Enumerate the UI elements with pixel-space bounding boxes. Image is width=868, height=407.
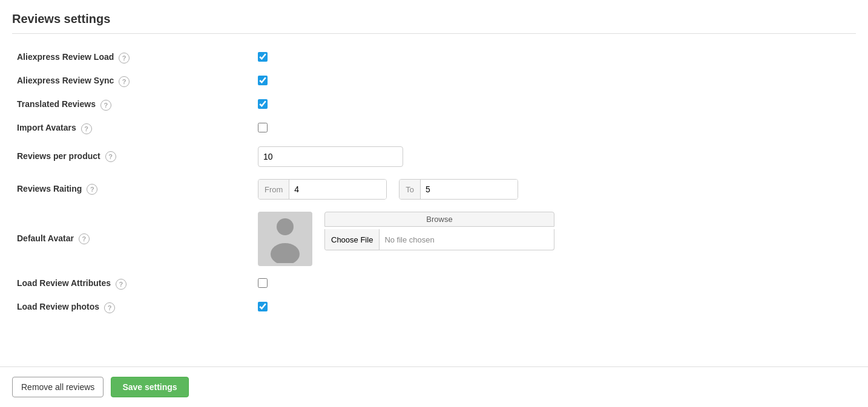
rating-from-box: From <box>258 179 387 200</box>
control-aliexpress-review-sync <box>253 70 856 93</box>
checkbox-translated-reviews[interactable] <box>258 99 268 109</box>
rating-from-label: From <box>258 180 289 199</box>
help-icon-load-review-photos[interactable]: ? <box>104 302 115 313</box>
page-title: Reviews settings <box>12 12 856 26</box>
help-icon-aliexpress-review-load[interactable]: ? <box>119 53 130 63</box>
rating-to-box: To <box>399 179 518 200</box>
input-reviews-per-product[interactable] <box>258 146 403 167</box>
svg-point-0 <box>277 218 294 235</box>
help-icon-aliexpress-review-sync[interactable]: ? <box>119 76 130 87</box>
help-icon-reviews-rating[interactable]: ? <box>87 184 97 195</box>
help-icon-translated-reviews[interactable]: ? <box>100 100 111 111</box>
choose-file-button[interactable]: Choose File <box>325 229 380 250</box>
row-aliexpress-review-sync: Aliexpress Review Sync ? <box>12 70 856 93</box>
save-settings-button[interactable]: Save settings <box>111 377 188 397</box>
control-load-review-photos <box>253 296 856 319</box>
page-container: Reviews settings Aliexpress Review Load … <box>0 0 868 407</box>
checkbox-load-review-attributes[interactable] <box>258 278 268 288</box>
checkbox-aliexpress-review-sync[interactable] <box>258 76 268 85</box>
content-area: Reviews settings Aliexpress Review Load … <box>0 0 868 366</box>
label-reviews-rating: Reviews Raiting ? <box>12 173 253 206</box>
label-load-review-photos: Load Review photos ? <box>12 296 253 319</box>
control-import-avatars <box>253 117 856 140</box>
row-reviews-per-product: Reviews per product ? <box>12 140 856 173</box>
row-default-avatar: Default Avatar ? <box>12 206 856 272</box>
control-default-avatar: Browse Choose File No file chosen <box>253 206 856 272</box>
label-reviews-per-product: Reviews per product ? <box>12 140 253 173</box>
svg-point-1 <box>271 243 300 263</box>
rating-from-input[interactable] <box>289 180 386 199</box>
help-icon-import-avatars[interactable]: ? <box>81 123 92 134</box>
row-load-review-photos: Load Review photos ? <box>12 296 856 319</box>
avatar-upload-area: Browse Choose File No file chosen <box>324 212 554 250</box>
control-aliexpress-review-load <box>253 46 856 70</box>
help-icon-default-avatar[interactable]: ? <box>79 233 90 244</box>
browse-label: Browse <box>324 212 554 227</box>
control-reviews-rating: From To <box>253 173 856 206</box>
label-aliexpress-review-load: Aliexpress Review Load ? <box>12 46 253 70</box>
rating-container: From To <box>258 179 851 200</box>
label-aliexpress-review-sync: Aliexpress Review Sync ? <box>12 70 253 93</box>
footer-bar: Remove all reviews Save settings <box>0 366 868 407</box>
help-icon-load-review-attributes[interactable]: ? <box>116 279 127 290</box>
avatar-preview <box>258 212 312 266</box>
label-import-avatars: Import Avatars ? <box>12 117 253 140</box>
label-default-avatar: Default Avatar ? <box>12 206 253 272</box>
label-load-review-attributes: Load Review Attributes ? <box>12 272 253 296</box>
file-name-display: No file chosen <box>380 235 554 244</box>
help-icon-reviews-per-product[interactable]: ? <box>105 151 116 162</box>
control-reviews-per-product <box>253 140 856 173</box>
checkbox-load-review-photos[interactable] <box>258 302 268 311</box>
file-input-container: Choose File No file chosen <box>324 229 554 250</box>
control-translated-reviews <box>253 93 856 117</box>
row-import-avatars: Import Avatars ? <box>12 117 856 140</box>
avatar-area: Browse Choose File No file chosen <box>258 212 851 266</box>
title-divider <box>12 33 856 34</box>
control-load-review-attributes <box>253 272 856 296</box>
row-translated-reviews: Translated Reviews ? <box>12 93 856 117</box>
checkbox-import-avatars[interactable] <box>258 123 268 132</box>
row-aliexpress-review-load: Aliexpress Review Load ? <box>12 46 856 70</box>
settings-table: Aliexpress Review Load ? Aliexpress Revi… <box>12 46 856 319</box>
avatar-silhouette <box>267 215 303 263</box>
rating-to-input[interactable] <box>421 180 518 199</box>
remove-all-reviews-button[interactable]: Remove all reviews <box>12 377 104 397</box>
row-reviews-rating: Reviews Raiting ? From To <box>12 173 856 206</box>
rating-to-label: To <box>399 180 421 199</box>
label-translated-reviews: Translated Reviews ? <box>12 93 253 117</box>
row-load-review-attributes: Load Review Attributes ? <box>12 272 856 296</box>
checkbox-aliexpress-review-load[interactable] <box>258 52 268 62</box>
